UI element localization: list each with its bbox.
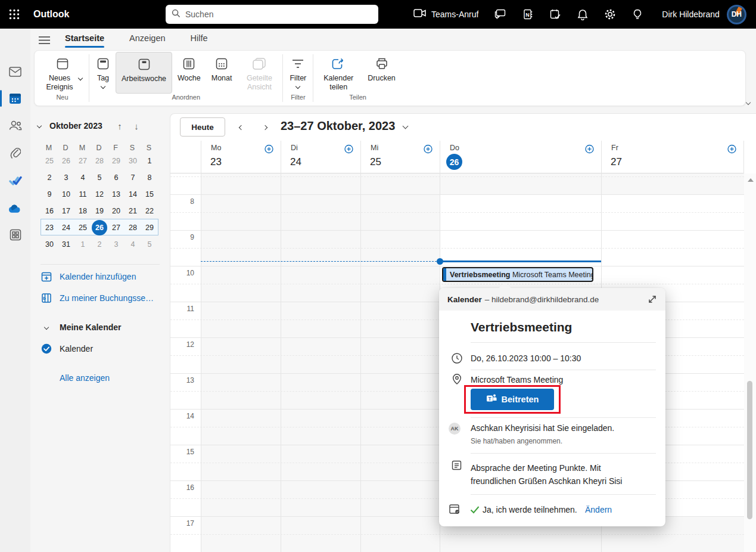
minical-day-cell[interactable]: 17 — [58, 203, 74, 219]
scrollbar-thumb[interactable] — [747, 381, 752, 519]
share-calendar-button[interactable]: Kalender teilen — [315, 52, 362, 94]
tasks-icon[interactable] — [542, 0, 569, 29]
calendar-list-item[interactable]: Kalender — [30, 340, 170, 357]
scroll-up-arrow[interactable] — [748, 178, 754, 182]
today-button[interactable]: Heute — [180, 117, 225, 137]
minical-day-cell[interactable]: 30 — [41, 236, 58, 253]
minical-day-cell[interactable]: 14 — [125, 186, 141, 203]
minical-day-cell[interactable]: 30 — [125, 153, 141, 169]
minical-day-cell[interactable]: 23 — [41, 219, 58, 236]
minical-day-cell[interactable]: 16 — [41, 203, 58, 219]
user-avatar[interactable]: DH — [727, 5, 746, 24]
minical-day-cell[interactable]: 3 — [108, 236, 125, 253]
mail-icon[interactable] — [0, 60, 30, 83]
calendar-module-icon[interactable] — [0, 86, 30, 110]
day-header-mo[interactable]: Mo 23 — [201, 141, 281, 173]
minical-day-cell[interactable]: 15 — [141, 186, 158, 203]
print-button[interactable]: Drucken — [362, 52, 401, 94]
minical-next-month-icon[interactable]: ↓ — [128, 121, 145, 131]
minical-day-cell[interactable]: 6 — [108, 169, 125, 186]
app-launcher-icon[interactable] — [0, 0, 29, 29]
filter-button[interactable]: Filter — [284, 52, 312, 94]
date-range-title[interactable]: 23–27 Oktober, 2023 — [281, 119, 407, 133]
minical-day-cell[interactable]: 4 — [74, 169, 91, 186]
tips-lightbulb-icon[interactable] — [624, 0, 651, 29]
minical-day-cell[interactable]: 21 — [125, 203, 141, 219]
prev-week-chevron-icon[interactable] — [234, 122, 248, 133]
notebook-icon[interactable]: N — [514, 0, 542, 29]
teams-call-button[interactable]: Teams-Anruf — [413, 8, 487, 20]
minical-day-cell[interactable]: 3 — [58, 169, 74, 186]
new-event-button[interactable]: Neues Ereignis — [37, 52, 88, 94]
more-apps-grid-icon[interactable] — [0, 223, 30, 247]
minical-title[interactable]: Oktober 2023 — [49, 121, 111, 131]
minical-day-cell[interactable]: 13 — [108, 186, 125, 203]
day-header-do-today[interactable]: Do 26 — [440, 141, 601, 173]
settings-gear-icon[interactable] — [596, 0, 624, 29]
minical-day-cell[interactable]: 31 — [58, 236, 74, 253]
minical-day-cell[interactable]: 5 — [141, 236, 158, 253]
add-event-plus-icon[interactable] — [584, 144, 595, 154]
minical-prev-month-icon[interactable]: ↑ — [111, 121, 128, 131]
day-header-fr[interactable]: Fr 27 — [601, 141, 744, 173]
ribbon-collapse-chevron-icon[interactable] — [746, 96, 750, 107]
attachments-paperclip-icon[interactable] — [0, 141, 30, 165]
minical-day-cell[interactable]: 2 — [91, 236, 108, 253]
minical-day-cell[interactable]: 24 — [58, 219, 74, 236]
chat-icon[interactable] — [487, 0, 514, 29]
minical-day-cell[interactable]: 4 — [125, 236, 141, 253]
minical-day-cell[interactable]: 28 — [91, 153, 108, 169]
tab-anzeigen[interactable]: Anzeigen — [129, 33, 165, 46]
minical-day-cell[interactable]: 19 — [91, 203, 108, 219]
add-event-plus-icon[interactable] — [423, 144, 433, 154]
minical-day-cell[interactable]: 18 — [74, 203, 91, 219]
tab-startseite[interactable]: Startseite — [65, 33, 104, 46]
minical-day-cell[interactable]: 29 — [108, 153, 125, 169]
change-response-link[interactable]: Ändern — [585, 505, 612, 514]
tab-hilfe[interactable]: Hilfe — [191, 33, 208, 46]
todo-check-icon[interactable] — [0, 169, 30, 193]
minical-day-cell[interactable]: 26 — [92, 220, 107, 235]
minical-day-cell[interactable]: 7 — [125, 169, 141, 186]
day-header-mi[interactable]: Mi 25 — [360, 141, 440, 173]
minical-day-cell[interactable]: 1 — [74, 236, 91, 253]
minical-day-cell[interactable]: 20 — [108, 203, 125, 219]
show-all-link[interactable]: Alle anzeigen — [30, 370, 170, 386]
day-view-button[interactable]: Tag — [91, 52, 116, 94]
minical-day-cell[interactable]: 12 — [91, 186, 108, 203]
minical-day-cell[interactable]: 29 — [141, 219, 158, 236]
next-week-chevron-icon[interactable] — [258, 122, 272, 133]
minical-day-cell[interactable]: 26 — [58, 153, 74, 169]
notifications-bell-icon[interactable] — [569, 0, 596, 29]
join-teams-button[interactable]: T Beitreten — [471, 389, 554, 410]
minical-day-cell[interactable]: 10 — [58, 186, 74, 203]
minical-day-cell[interactable]: 9 — [41, 186, 58, 203]
month-view-button[interactable]: Monat — [206, 52, 238, 94]
minical-day-cell[interactable]: 27 — [108, 219, 125, 236]
my-calendars-section[interactable]: Meine Kalender — [30, 319, 170, 336]
search-input[interactable]: Suchen — [166, 5, 378, 24]
week-view-button[interactable]: Woche — [172, 52, 206, 94]
minical-day-cell[interactable]: 25 — [74, 219, 91, 236]
booking-page-link[interactable]: b Zu meiner Buchungsse… — [30, 290, 170, 306]
minical-day-cell[interactable]: 11 — [74, 186, 91, 203]
work-week-view-button[interactable]: Arbeitswoche — [116, 52, 172, 94]
add-event-plus-icon[interactable] — [727, 144, 737, 154]
event-vertriebsmeeting[interactable]: Vertriebsmeeting Microsoft Teams Meeting… — [442, 267, 593, 282]
minical-day-cell[interactable]: 1 — [141, 153, 158, 169]
menu-hamburger-icon[interactable] — [34, 32, 54, 48]
vertical-scrollbar[interactable] — [744, 173, 756, 552]
add-calendar-link[interactable]: Kalender hinzufügen — [30, 268, 170, 285]
people-icon[interactable] — [0, 113, 30, 137]
add-event-plus-icon[interactable] — [264, 144, 274, 154]
minical-day-cell[interactable]: 5 — [91, 169, 108, 186]
minical-day-cell[interactable]: 2 — [41, 169, 58, 186]
day-header-di[interactable]: Di 24 — [281, 141, 360, 173]
minical-collapse-chevron-icon[interactable] — [37, 123, 42, 128]
add-event-plus-icon[interactable] — [344, 144, 354, 154]
minical-day-cell[interactable]: 25 — [41, 153, 58, 169]
expand-popup-icon[interactable] — [648, 294, 657, 304]
minical-day-cell[interactable]: 22 — [141, 203, 158, 219]
minical-day-cell[interactable]: 27 — [74, 153, 91, 169]
onedrive-cloud-icon[interactable] — [0, 196, 30, 220]
